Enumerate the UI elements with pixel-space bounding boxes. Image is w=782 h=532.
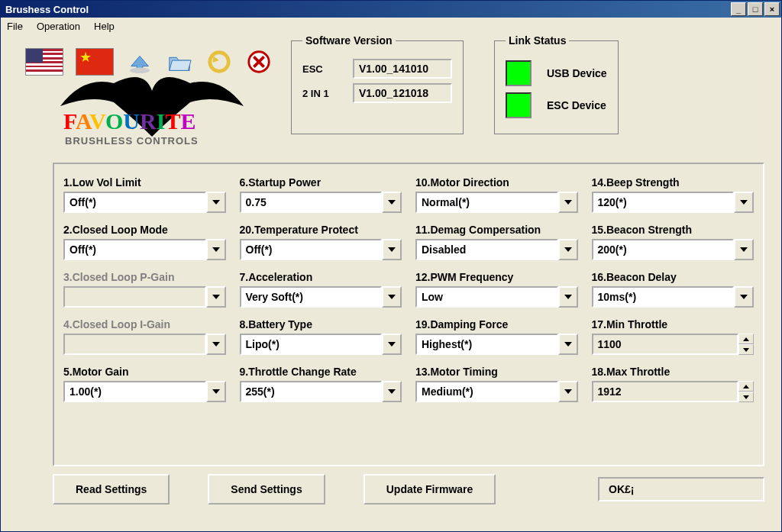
esc-led-icon bbox=[506, 92, 532, 118]
menu-help[interactable]: Help bbox=[94, 21, 115, 32]
spin-up-icon[interactable] bbox=[738, 334, 754, 344]
chevron-down-icon[interactable] bbox=[382, 192, 402, 213]
menubar: File Operation Help bbox=[1, 18, 781, 34]
label-low-vol-limit: 1.Low Vol Limit bbox=[63, 176, 226, 189]
update-firmware-button[interactable]: Update Firmware bbox=[364, 474, 496, 505]
chevron-down-icon[interactable] bbox=[206, 192, 226, 213]
2in1-label: 2 IN 1 bbox=[302, 88, 345, 99]
label-pwm-frequency: 12.PWM Frequency bbox=[415, 271, 578, 283]
chevron-down-icon[interactable] bbox=[206, 239, 226, 260]
combo-beacon-strength[interactable]: 200(*) bbox=[592, 239, 755, 260]
spin-down-icon[interactable] bbox=[738, 344, 754, 355]
combo-throttle-change-rate[interactable]: 255(*) bbox=[240, 381, 402, 402]
chevron-down-icon[interactable] bbox=[382, 239, 402, 260]
combo-beep-strength[interactable]: 120(*) bbox=[592, 192, 755, 213]
chevron-down-icon[interactable] bbox=[558, 239, 578, 260]
combo-temperature-protect[interactable]: Off(*) bbox=[240, 239, 402, 260]
label-motor-direction: 10.Motor Direction bbox=[415, 176, 578, 189]
svg-text:BRUSHLESS CONTROLS: BRUSHLESS CONTROLS bbox=[65, 135, 199, 147]
combo-low-vol-limit[interactable]: Off(*) bbox=[63, 192, 226, 213]
label-beacon-strength: 15.Beacon Strength bbox=[592, 224, 755, 236]
combo-pwm-frequency[interactable]: Low bbox=[415, 286, 578, 308]
combo-acceleration[interactable]: Very Soft(*) bbox=[240, 286, 402, 308]
status-text: OK£¡ bbox=[598, 477, 764, 501]
combo-closed-loop-i-gain bbox=[63, 334, 226, 355]
chevron-down-icon[interactable] bbox=[558, 286, 578, 308]
menu-file[interactable]: File bbox=[7, 21, 23, 32]
label-acceleration: 7.Acceleration bbox=[240, 271, 402, 283]
chevron-down-icon[interactable] bbox=[382, 286, 402, 308]
chevron-down-icon[interactable] bbox=[382, 334, 402, 355]
combo-startup-power[interactable]: 0.75 bbox=[240, 192, 402, 213]
send-settings-button[interactable]: Send Settings bbox=[208, 474, 325, 505]
combo-motor-gain[interactable]: 1.00(*) bbox=[63, 381, 226, 402]
chevron-down-icon bbox=[206, 334, 226, 355]
esc-version: V1.00_141010 bbox=[353, 59, 452, 79]
window-title: Brushess Control bbox=[5, 4, 89, 15]
combo-damping-force[interactable]: Highest(*) bbox=[415, 334, 578, 355]
spin-max-throttle[interactable]: 1912 bbox=[592, 381, 755, 402]
settings-panel: 1.Low Vol Limit Off(*) 2.Closed Loop Mod… bbox=[53, 163, 764, 466]
label-damping-force: 19.Damping Force bbox=[415, 318, 578, 330]
combo-demag-compensation[interactable]: Disabled bbox=[415, 239, 578, 260]
label-demag-compensation: 11.Demag Compersation bbox=[415, 224, 578, 236]
label-closed-loop-mode: 2.Closed Loop Mode bbox=[63, 224, 226, 236]
combo-beacon-delay[interactable]: 10ms(*) bbox=[592, 286, 755, 308]
combo-motor-timing[interactable]: Medium(*) bbox=[415, 381, 578, 402]
combo-motor-direction[interactable]: Normal(*) bbox=[415, 192, 578, 213]
label-closed-loop-i-gain: 4.Closed Loop I-Gain bbox=[63, 318, 226, 330]
software-version-legend: Software Version bbox=[302, 34, 396, 47]
chevron-down-icon[interactable] bbox=[734, 192, 754, 213]
label-closed-loop-p-gain: 3.Closed Loop P-Gain bbox=[63, 271, 226, 283]
esc-label: ESC bbox=[302, 63, 345, 75]
chevron-down-icon[interactable] bbox=[382, 381, 402, 402]
link-status-legend: Link Status bbox=[506, 34, 569, 47]
label-motor-gain: 5.Motor Gain bbox=[63, 366, 226, 378]
chevron-down-icon[interactable] bbox=[734, 286, 754, 308]
chevron-down-icon[interactable] bbox=[558, 334, 578, 355]
minimize-button[interactable]: _ bbox=[731, 2, 746, 16]
label-startup-power: 6.Startup Power bbox=[240, 176, 402, 189]
logo: FAVOURITE BRUSHLESS CONTROLS bbox=[53, 68, 251, 152]
close-button[interactable]: × bbox=[764, 2, 780, 16]
label-max-throttle: 18.Max Throttle bbox=[592, 366, 755, 378]
label-beacon-delay: 16.Beacon Delay bbox=[592, 271, 755, 283]
maximize-button[interactable]: □ bbox=[748, 2, 763, 16]
usb-device-label: USB Device bbox=[547, 67, 607, 79]
label-throttle-change-rate: 9.Throttle Change Rate bbox=[240, 366, 402, 378]
label-temperature-protect: 20.Temperature Protect bbox=[240, 224, 402, 236]
chevron-down-icon[interactable] bbox=[558, 381, 578, 402]
chevron-down-icon[interactable] bbox=[558, 192, 578, 213]
menu-operation[interactable]: Operation bbox=[37, 21, 80, 32]
combo-closed-loop-p-gain bbox=[63, 286, 226, 308]
spin-up-icon[interactable] bbox=[738, 381, 754, 392]
combo-closed-loop-mode[interactable]: Off(*) bbox=[63, 239, 226, 260]
titlebar: Brushess Control _ □ × bbox=[1, 1, 781, 18]
link-status-group: Link Status USB Device ESC Device bbox=[494, 34, 619, 134]
read-settings-button[interactable]: Read Settings bbox=[53, 474, 170, 505]
chevron-down-icon[interactable] bbox=[734, 239, 754, 260]
spin-min-throttle[interactable]: 1100 bbox=[592, 334, 755, 355]
chevron-down-icon[interactable] bbox=[206, 381, 226, 402]
label-min-throttle: 17.Min Throttle bbox=[592, 318, 755, 330]
esc-device-label: ESC Device bbox=[547, 99, 606, 111]
label-beep-strength: 14.Beep Strength bbox=[592, 176, 755, 189]
usb-led-icon bbox=[506, 60, 532, 86]
software-version-group: Software Version ESC V1.00_141010 2 IN 1… bbox=[291, 34, 464, 134]
combo-battery-type[interactable]: Lipo(*) bbox=[240, 334, 402, 355]
2in1-version: V1.00_121018 bbox=[353, 83, 452, 103]
spin-down-icon[interactable] bbox=[738, 392, 754, 402]
label-motor-timing: 13.Motor Timing bbox=[415, 366, 578, 378]
svg-text:FAVOURITE: FAVOURITE bbox=[63, 108, 196, 134]
label-battery-type: 8.Battery Type bbox=[240, 318, 402, 330]
chevron-down-icon bbox=[206, 286, 226, 308]
